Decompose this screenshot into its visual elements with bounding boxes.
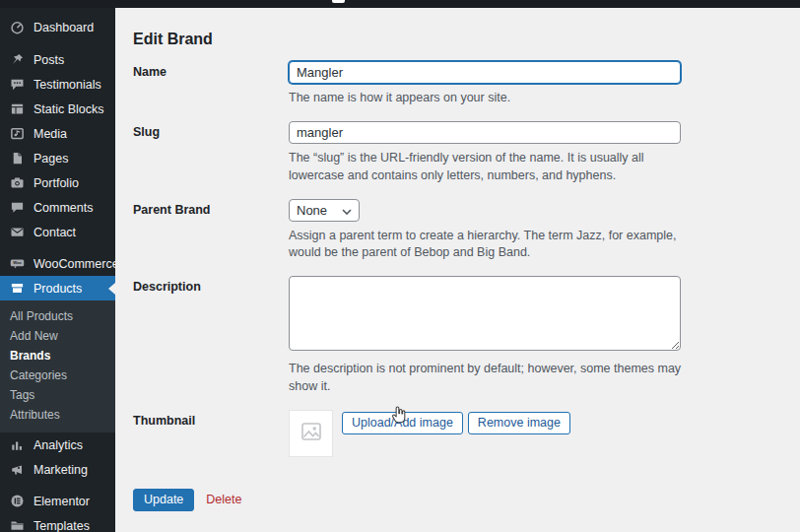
chevron-down-icon [342, 203, 352, 218]
name-label: Name [133, 61, 289, 106]
parent-brand-row: Parent Brand None Assign a parent term t… [133, 199, 800, 262]
sidebar-item-media[interactable]: Media [0, 121, 115, 146]
thumbnail-placeholder [289, 410, 333, 457]
sidebar-item-pages[interactable]: Pages [0, 146, 115, 170]
sidebar-item-label: Static Blocks [33, 102, 104, 116]
envelope-icon [10, 225, 25, 239]
description-row: Description The description is not promi… [133, 276, 800, 395]
page-title: Edit Brand [133, 30, 800, 49]
admin-sidebar: Dashboard Posts Testimonials Static Bloc… [0, 8, 115, 532]
sidebar-item-label: Media [33, 127, 67, 141]
sidebar-item-label: Dashboard [33, 21, 94, 34]
admin-bar-tab-hint [332, 0, 345, 3]
parent-brand-label: Parent Brand [133, 199, 289, 262]
name-input[interactable] [289, 61, 681, 84]
sidebar-item-static-blocks[interactable]: Static Blocks [0, 97, 115, 121]
parent-brand-select[interactable]: None [289, 199, 360, 222]
remove-image-button[interactable]: Remove image [468, 412, 570, 434]
parent-brand-selected-value: None [297, 203, 327, 218]
submenu-item-categories[interactable]: Categories [0, 366, 115, 385]
submenu-item-all-products[interactable]: All Products [0, 306, 115, 326]
products-submenu: All Products Add New Brands Categories T… [0, 300, 115, 432]
pushpin-icon [10, 52, 25, 67]
sidebar-item-posts[interactable]: Posts [0, 47, 115, 72]
sidebar-item-label: Testimonials [33, 78, 101, 92]
sidebar-item-portfolio[interactable]: Portfolio [0, 170, 115, 195]
blocks-grid-icon [10, 101, 25, 116]
image-placeholder-icon [301, 423, 321, 444]
sidebar-item-elementor[interactable]: Elementor [0, 489, 115, 513]
folder-icon [10, 518, 25, 532]
slug-row: Slug The “slug” is the URL-friendly vers… [133, 121, 800, 184]
sidebar-item-label: Comments [33, 201, 93, 215]
sidebar-item-label: Marketing [33, 463, 88, 477]
sidebar-item-label: Pages [33, 152, 68, 166]
sidebar-item-label: Posts [33, 53, 64, 67]
update-button[interactable]: Update [133, 489, 194, 511]
name-help: The name is how it appears on your site. [289, 90, 685, 106]
name-row: Name The name is how it appears on your … [133, 61, 800, 106]
sidebar-item-testimonials[interactable]: Testimonials [0, 72, 115, 97]
sidebar-item-comments[interactable]: Comments [0, 195, 115, 220]
form-actions: Update Delete [133, 489, 800, 511]
thumbnail-row: Thumbnail Upload/Add image Remove image [133, 410, 800, 457]
svg-text:Woo: Woo [13, 260, 22, 265]
sidebar-item-dashboard[interactable]: Dashboard [0, 15, 115, 39]
edit-brand-page: Edit Brand Name The name is how it appea… [115, 8, 800, 532]
description-label: Description [133, 276, 289, 395]
elementor-icon [10, 494, 25, 508]
description-help: The description is not prominent by defa… [289, 361, 685, 395]
media-icon [10, 126, 25, 141]
sidebar-item-label: Templates [33, 519, 90, 532]
bar-chart-icon [10, 437, 25, 452]
upload-add-image-button[interactable]: Upload/Add image [342, 412, 463, 434]
thumbnail-label: Thumbnail [133, 410, 289, 457]
sidebar-item-templates[interactable]: Templates [0, 513, 115, 532]
sidebar-item-analytics[interactable]: Analytics [0, 432, 115, 457]
sidebar-item-contact[interactable]: Contact [0, 220, 115, 244]
admin-bar [0, 0, 800, 8]
products-box-icon [10, 281, 25, 296]
sidebar-item-label: Products [33, 282, 82, 296]
slug-help: The “slug” is the URL-friendly version o… [289, 150, 685, 184]
sidebar-item-label: Elementor [33, 495, 90, 508]
edit-brand-form: Name The name is how it appears on your … [133, 61, 800, 511]
dashboard-gauge-icon [10, 20, 25, 34]
sidebar-item-label: Analytics [33, 438, 83, 452]
parent-brand-help: Assign a parent term to create a hierarc… [289, 228, 685, 262]
sidebar-item-woocommerce[interactable]: Woo WooCommerce [0, 251, 115, 276]
sidebar-item-label: Portfolio [33, 176, 79, 190]
sidebar-item-marketing[interactable]: Marketing [0, 457, 115, 482]
sidebar-item-label: Contact [33, 226, 76, 239]
page-icon [10, 151, 25, 166]
slug-input[interactable] [289, 121, 681, 144]
testimonial-bubble-icon [10, 77, 25, 92]
description-textarea[interactable] [289, 276, 681, 351]
submenu-item-brands[interactable]: Brands [0, 346, 115, 366]
slug-label: Slug [133, 121, 289, 184]
woocommerce-badge-icon: Woo [10, 256, 25, 271]
camera-icon [10, 175, 25, 190]
submenu-item-add-new[interactable]: Add New [0, 326, 115, 346]
megaphone-icon [10, 462, 25, 477]
sidebar-item-label: WooCommerce [33, 257, 119, 271]
comment-bubble-icon [10, 200, 25, 215]
submenu-item-attributes[interactable]: Attributes [0, 405, 115, 425]
sidebar-item-products[interactable]: Products [0, 276, 115, 300]
delete-link[interactable]: Delete [206, 493, 241, 506]
submenu-item-tags[interactable]: Tags [0, 385, 115, 405]
